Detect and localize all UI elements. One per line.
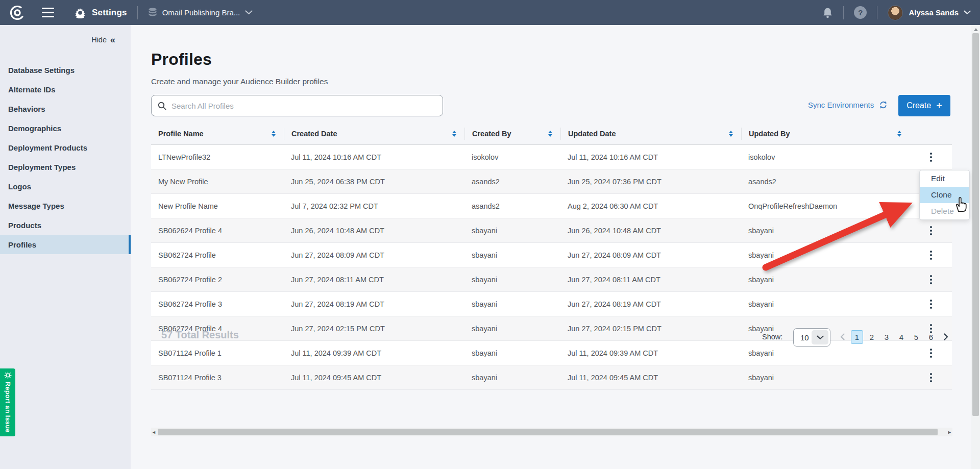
database-selector[interactable]: Omail Publishing Bra... (148, 8, 253, 18)
sidebar-item-database-settings[interactable]: Database Settings (0, 60, 131, 80)
sort-icon[interactable] (272, 131, 276, 137)
row-actions-kebab-icon[interactable] (926, 298, 936, 311)
sort-icon[interactable] (897, 131, 901, 137)
column-header-profile-name[interactable]: Profile Name (151, 128, 284, 140)
plus-icon: + (936, 101, 942, 111)
page-button-6[interactable]: 6 (925, 330, 937, 344)
report-an-issue-button[interactable]: Report an Issue (0, 368, 15, 436)
cell-created-date: Jul 11, 2024 09:45 AM CDT (284, 374, 464, 382)
search-input[interactable] (172, 102, 436, 110)
hamburger-menu-icon[interactable] (42, 8, 54, 17)
sort-icon[interactable] (548, 131, 552, 137)
sidebar-item-logos[interactable]: Logos (0, 177, 131, 196)
report-an-issue-label: Report an Issue (4, 382, 11, 433)
scroll-up-arrow-icon[interactable] (974, 28, 978, 31)
column-header-updated-date[interactable]: Updated Date (560, 128, 741, 140)
page-size-value: 10 (794, 333, 812, 342)
table-row: SB071124 Profile 3 Jul 11, 2024 09:45 AM… (151, 365, 952, 390)
table-body: LTNewProfile32 Jul 11, 2024 10:16 AM CDT… (151, 145, 952, 390)
table-row: SB062724 Profile 2 Jun 27, 2024 08:11 AM… (151, 267, 952, 292)
notifications-bell-icon[interactable] (822, 7, 833, 19)
user-avatar[interactable] (888, 5, 903, 20)
context-menu-edit[interactable]: Edit (920, 170, 969, 187)
column-header-updated-by[interactable]: Updated By (741, 128, 910, 140)
show-label: Show: (762, 333, 782, 341)
cell-created-by: sbayani (464, 300, 560, 308)
cell-created-date: Jun 27, 2024 08:09 AM CDT (284, 251, 464, 259)
table-row: SB071124 Profile 1 Jul 11, 2024 09:39 AM… (151, 341, 952, 365)
total-results: 57 Total Results (161, 329, 239, 341)
sort-icon[interactable] (452, 131, 456, 137)
cell-updated-date: Jun 25, 2024 07:36 PM CDT (560, 178, 741, 186)
sidebar-item-message-types[interactable]: Message Types (0, 196, 131, 215)
row-context-menu: Edit Clone Delete (919, 170, 970, 220)
cell-created-by: asands2 (464, 202, 560, 210)
cell-created-by: isokolov (464, 153, 560, 161)
cell-created-by: sbayani (464, 227, 560, 235)
page-subtitle: Create and manage your Audience Builder … (151, 77, 328, 86)
table-row: LTNewProfile32 Jul 11, 2024 10:16 AM CDT… (151, 145, 952, 169)
page-button-3[interactable]: 3 (880, 330, 893, 344)
sidebar-item-demographics[interactable]: Demographics (0, 118, 131, 138)
horizontal-scrollbar[interactable]: ◄ ► (151, 428, 952, 436)
cell-created-date: Jun 26, 2024 10:48 AM CDT (284, 227, 464, 235)
sidebar-item-deployment-types[interactable]: Deployment Types (0, 157, 131, 177)
row-actions-kebab-icon[interactable] (926, 347, 936, 360)
sidebar-item-alternate-ids[interactable]: Alternate IDs (0, 80, 131, 99)
page-size-select[interactable]: 10 (793, 328, 830, 347)
page-button-2[interactable]: 2 (866, 330, 878, 344)
gear-icon (75, 7, 86, 18)
row-actions-kebab-icon[interactable] (926, 224, 936, 237)
hide-sidebar-button[interactable]: Hide « (0, 25, 131, 44)
scroll-left-arrow-icon[interactable]: ◄ (151, 430, 157, 435)
cell-updated-date: Jun 27, 2024 08:19 AM CDT (560, 300, 741, 308)
previous-page-arrow-icon[interactable] (836, 330, 848, 344)
row-actions-kebab-icon[interactable] (926, 371, 936, 384)
cell-updated-by: sbayani (741, 374, 910, 382)
sidebar-item-deployment-products[interactable]: Deployment Products (0, 138, 131, 157)
search-icon (158, 102, 166, 110)
page-button-1[interactable]: 1 (851, 330, 863, 344)
database-icon (148, 8, 157, 18)
row-actions-kebab-icon[interactable] (926, 273, 936, 286)
cell-updated-date: Jun 27, 2024 08:09 AM CDT (560, 251, 741, 259)
bug-icon (4, 372, 12, 379)
column-header-created-by[interactable]: Created By (464, 128, 560, 140)
cell-created-date: Jun 27, 2024 08:19 AM CDT (284, 300, 464, 308)
omeda-logo-icon[interactable] (9, 5, 26, 21)
table-row: My New Profile Jun 25, 2024 06:38 PM CDT… (151, 169, 952, 194)
page-title: Profiles (151, 50, 212, 69)
collapse-chevrons-icon: « (110, 35, 115, 44)
next-page-arrow-icon[interactable] (940, 330, 952, 344)
horizontal-scrollbar-thumb[interactable] (158, 429, 938, 435)
sidebar-item-profiles[interactable]: Profiles (0, 235, 131, 254)
column-header-actions (910, 128, 952, 140)
row-actions-kebab-icon[interactable] (926, 151, 936, 164)
vertical-scrollbar-thumb[interactable] (972, 33, 979, 416)
cell-created-by: sbayani (464, 276, 560, 284)
column-header-created-date[interactable]: Created Date (284, 128, 464, 140)
sidebar-item-products[interactable]: Products (0, 215, 131, 235)
cell-updated-date: Jun 27, 2024 02:15 PM CDT (560, 325, 741, 333)
context-menu-clone[interactable]: Clone (920, 187, 969, 203)
sync-environments-link[interactable]: Sync Environments (808, 101, 888, 109)
table-row: New Profile Name Jul 7, 2024 02:32 PM CD… (151, 194, 952, 218)
row-actions-kebab-icon[interactable] (926, 249, 936, 262)
help-icon[interactable]: ? (854, 6, 867, 19)
sort-icon[interactable] (729, 131, 733, 137)
database-selector-value: Omail Publishing Bra... (162, 8, 240, 17)
sidebar-item-behaviors[interactable]: Behaviors (0, 99, 131, 118)
cell-updated-date: Jul 11, 2024 10:16 AM CDT (560, 153, 741, 161)
cell-profile-name: SB062724 Profile 3 (151, 300, 284, 308)
cell-created-date: Jun 27, 2024 08:11 AM CDT (284, 276, 464, 284)
settings-sidebar: Hide « Database Settings Alternate IDs B… (0, 25, 131, 469)
scroll-right-arrow-icon[interactable]: ► (947, 430, 952, 435)
cell-created-by: asands2 (464, 178, 560, 186)
page-button-5[interactable]: 5 (910, 330, 922, 344)
user-menu-chevron-down-icon[interactable] (964, 10, 971, 15)
cell-created-by: sbayani (464, 374, 560, 382)
page-button-4[interactable]: 4 (895, 330, 908, 344)
cell-created-by: sbayani (464, 325, 560, 333)
vertical-scrollbar[interactable] (971, 25, 980, 469)
create-button[interactable]: Create + (898, 95, 950, 116)
